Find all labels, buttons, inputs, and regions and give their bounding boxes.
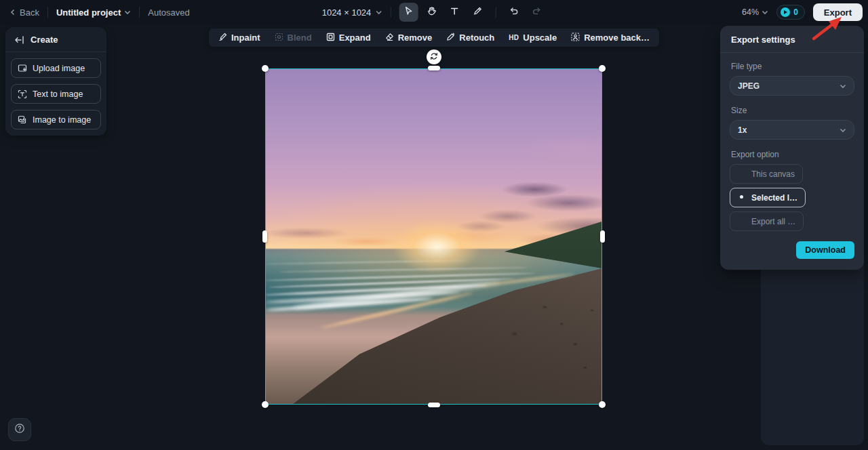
cursor-icon xyxy=(403,6,413,18)
canvas-size-value: 1024 × 1024 xyxy=(322,7,372,18)
chevron-down-icon xyxy=(375,9,382,16)
top-bar: Back Untitled project Autosaved 1024 × 1… xyxy=(0,0,868,24)
upscale-button[interactable]: HD Upscale xyxy=(509,33,557,43)
create-panel: Create Upload image Text to image Image … xyxy=(5,27,106,136)
file-type-label: File type xyxy=(731,62,853,71)
blend-button[interactable]: Blend xyxy=(275,33,312,43)
footprints xyxy=(265,68,602,405)
upload-image-label: Upload image xyxy=(33,64,85,73)
canvas-image[interactable] xyxy=(265,68,602,405)
create-panel-title: Create xyxy=(31,35,58,45)
resize-handle-bottom[interactable] xyxy=(428,403,440,407)
size-label: Size xyxy=(731,106,853,115)
project-name-menu[interactable]: Untitled project xyxy=(56,7,131,18)
size-value: 1x xyxy=(738,125,747,135)
radio-selected-icon xyxy=(738,193,747,202)
option-this-canvas-label: This canvas xyxy=(751,169,795,179)
canvas-size-selector[interactable]: 1024 × 1024 xyxy=(322,7,382,18)
help-button[interactable] xyxy=(8,418,31,441)
expand-label: Expand xyxy=(339,33,371,43)
hand-tool-button[interactable] xyxy=(422,3,441,22)
help-icon xyxy=(14,423,25,436)
upload-image-icon xyxy=(18,64,27,73)
option-export-all[interactable]: Export all … xyxy=(730,211,804,231)
autosave-status: Autosaved xyxy=(148,7,189,18)
divider xyxy=(390,7,391,18)
blend-label: Blend xyxy=(288,33,312,43)
back-button[interactable]: Back xyxy=(9,7,39,18)
resize-handle-left[interactable] xyxy=(262,230,267,243)
text-tool-button[interactable] xyxy=(445,3,464,22)
option-selected-layers[interactable]: Selected l… xyxy=(730,188,806,207)
resize-handle-bottom-left[interactable] xyxy=(262,401,269,408)
radio-icon xyxy=(738,169,747,178)
remove-button[interactable]: Remove xyxy=(385,33,433,43)
text-to-image-icon xyxy=(18,89,27,99)
credit-coin-icon xyxy=(781,7,790,17)
redo-icon xyxy=(532,6,541,18)
file-type-value: JPEG xyxy=(738,81,760,91)
rotate-handle[interactable] xyxy=(427,49,441,64)
resize-handle-top-right[interactable] xyxy=(599,65,606,72)
expand-button[interactable]: Expand xyxy=(326,33,371,43)
inpaint-brush-icon xyxy=(218,33,227,43)
pen-tool-button[interactable] xyxy=(468,3,487,22)
rotate-icon xyxy=(430,51,438,63)
remove-label: Remove xyxy=(398,33,433,43)
blend-icon xyxy=(275,33,283,43)
export-settings-title: Export settings xyxy=(731,35,853,45)
select-tool-button[interactable] xyxy=(399,3,418,22)
pen-icon xyxy=(473,6,482,18)
collapse-panel-icon[interactable] xyxy=(15,36,24,44)
edit-toolbar: Inpaint Blend Expand Remove Retouch xyxy=(209,28,659,47)
inpaint-button[interactable]: Inpaint xyxy=(218,33,260,43)
credits-badge[interactable]: 0 xyxy=(776,5,805,20)
radio-icon xyxy=(738,217,747,226)
divider xyxy=(139,7,140,18)
remove-background-label: Remove back… xyxy=(584,33,650,43)
upscale-label: Upscale xyxy=(523,33,557,43)
undo-icon xyxy=(509,6,518,18)
export-option-label: Export option xyxy=(731,150,853,159)
undo-button[interactable] xyxy=(504,3,523,22)
upload-image-button[interactable]: Upload image xyxy=(11,58,101,78)
project-name: Untitled project xyxy=(56,7,121,18)
size-select[interactable]: 1x xyxy=(730,120,854,140)
remove-background-button[interactable]: Remove back… xyxy=(571,33,650,43)
text-to-image-button[interactable]: Text to image xyxy=(11,84,101,104)
resize-handle-bottom-right[interactable] xyxy=(599,401,606,408)
export-settings-panel: Export settings File type JPEG Size 1x E… xyxy=(720,26,864,270)
image-to-image-icon xyxy=(18,115,27,125)
credits-count: 0 xyxy=(793,7,798,17)
zoom-level-selector[interactable]: 64% xyxy=(742,7,768,17)
text-icon xyxy=(450,6,459,18)
back-label: Back xyxy=(20,7,39,18)
editor-stage: Back Untitled project Autosaved 1024 × 1… xyxy=(0,0,868,450)
retouch-label: Retouch xyxy=(459,33,494,43)
chevron-down-icon xyxy=(840,83,846,89)
resize-handle-top-left[interactable] xyxy=(262,65,269,72)
image-to-image-label: Image to image xyxy=(33,115,91,125)
hand-icon xyxy=(427,6,436,18)
inpaint-label: Inpaint xyxy=(231,33,260,43)
remove-background-icon xyxy=(571,33,580,43)
hd-icon: HD xyxy=(509,34,519,41)
image-to-image-button[interactable]: Image to image xyxy=(11,110,101,129)
divider xyxy=(495,7,496,18)
export-button[interactable]: Export xyxy=(813,3,863,21)
download-button[interactable]: Download xyxy=(796,241,854,259)
retouch-button[interactable]: Retouch xyxy=(446,33,494,43)
option-export-all-label: Export all … xyxy=(751,217,795,226)
option-this-canvas[interactable]: This canvas xyxy=(730,164,803,184)
chevron-down-icon xyxy=(840,127,846,134)
zoom-level-value: 64% xyxy=(742,7,759,17)
resize-handle-top[interactable] xyxy=(428,66,440,70)
chevron-down-icon xyxy=(124,9,131,16)
divider xyxy=(47,7,48,18)
file-type-select[interactable]: JPEG xyxy=(730,76,854,96)
redo-button[interactable] xyxy=(527,3,546,22)
chevron-left-icon xyxy=(9,9,16,16)
text-to-image-label: Text to image xyxy=(33,89,83,99)
retouch-wand-icon xyxy=(446,33,455,43)
resize-handle-right[interactable] xyxy=(600,230,605,243)
